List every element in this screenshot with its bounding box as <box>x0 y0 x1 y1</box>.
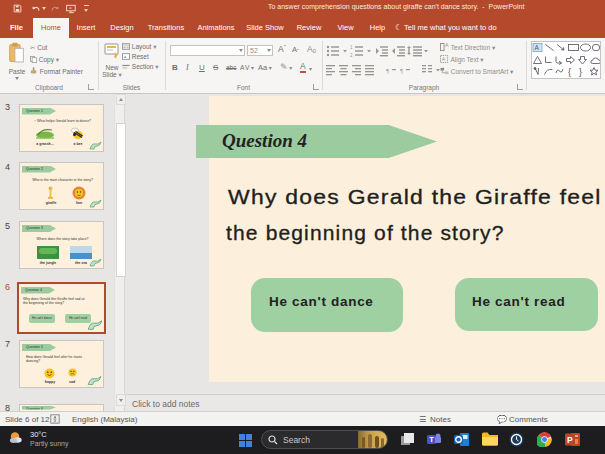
svg-text:A: A <box>445 43 449 48</box>
svg-text:1: 1 <box>350 45 353 50</box>
svg-text:{: { <box>568 67 571 77</box>
svg-text:P: P <box>567 435 573 445</box>
svg-text:A: A <box>535 44 540 51</box>
svg-text:}: } <box>579 67 582 77</box>
svg-text:¶: ¶ <box>400 68 403 74</box>
svg-text:2: 2 <box>350 53 353 58</box>
svg-text:¶: ¶ <box>386 68 389 74</box>
svg-text:A: A <box>442 56 446 62</box>
svg-text:T: T <box>429 435 434 444</box>
